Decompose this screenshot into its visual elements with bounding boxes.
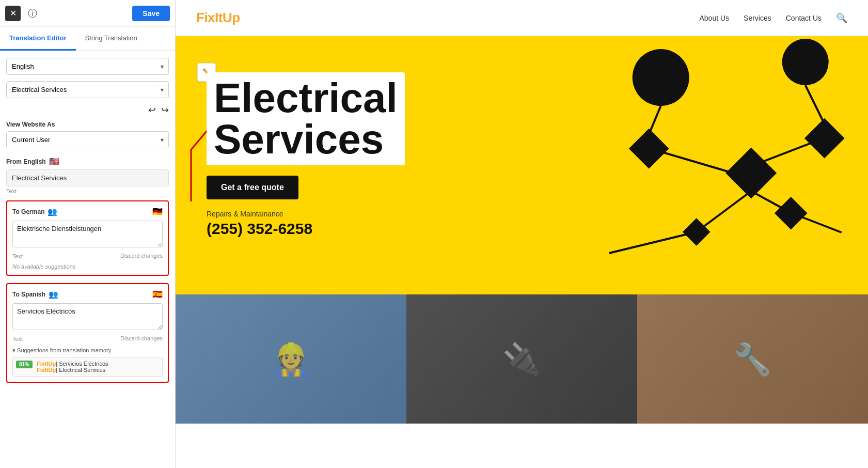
- svg-line-8: [649, 148, 733, 173]
- site-logo: FixItUp: [196, 10, 699, 26]
- suggestion-source: FixItUp| Servicios Eléctricos: [37, 361, 159, 367]
- match-badge: 81%: [16, 361, 33, 368]
- next-arrow-button[interactable]: ↪: [161, 104, 169, 116]
- to-german-type: Text: [12, 253, 23, 259]
- from-english-value: Electrical Services: [6, 169, 169, 186]
- suggestion-target-bold: FixItUp: [37, 367, 56, 373]
- suggestion-source-text: | Servicios Eléctricos: [56, 361, 108, 367]
- svg-line-7: [649, 106, 660, 134]
- svg-point-0: [632, 49, 689, 106]
- hero-title-line2: Services: [214, 119, 398, 160]
- left-panel: ✕ ⓘ Save Translation Editor String Trans…: [0, 0, 176, 468]
- from-english-section: From English 🇺🇸 Electrical Services Text: [6, 157, 169, 194]
- from-english-type: Text: [6, 188, 169, 194]
- us-flag: 🇺🇸: [49, 157, 59, 166]
- language-select-wrapper: English German Spanish French: [6, 58, 169, 75]
- people-icon-spanish: 👥: [49, 290, 58, 299]
- site-header: FixItUp About Us Services Contact Us 🔍: [176, 0, 868, 36]
- nav-services[interactable]: Services: [744, 14, 771, 22]
- page-select-wrapper: Electrical Services About Us Contact Us …: [6, 81, 169, 98]
- info-button[interactable]: ⓘ: [25, 6, 40, 21]
- gallery-item-2: 🔌: [406, 294, 637, 424]
- gallery-item-3: 🔧: [637, 294, 868, 424]
- save-button[interactable]: Save: [132, 6, 170, 21]
- to-spanish-label-wrapper: To Spanish 👥: [12, 290, 58, 299]
- current-user-select[interactable]: Current User Guest Administrator: [6, 131, 169, 148]
- gallery-item-1: 👷: [176, 294, 406, 424]
- to-german-label-wrapper: To German 👥: [12, 207, 57, 216]
- nav-arrows: ↩ ↪: [6, 104, 169, 116]
- to-spanish-section: To Spanish 👥 🇪🇸 Servicios Eléctricos Tex…: [6, 283, 169, 383]
- gallery-section: 👷 🔌 🔧: [176, 294, 868, 424]
- page-select[interactable]: Electrical Services About Us Contact Us …: [6, 81, 169, 98]
- to-spanish-header: To Spanish 👥 🇪🇸: [12, 289, 163, 299]
- to-spanish-type: Text: [12, 336, 23, 342]
- to-german-discard[interactable]: Discard changes: [120, 253, 163, 259]
- svg-line-11: [751, 191, 791, 213]
- prev-arrow-button[interactable]: ↩: [148, 104, 156, 116]
- to-german-header: To German 👥 🇩🇪: [12, 207, 163, 216]
- svg-line-10: [805, 85, 824, 124]
- current-user-select-wrapper: Current User Guest Administrator: [6, 131, 169, 148]
- svg-line-13: [696, 191, 751, 232]
- hero-title-container: ✏️ Electrical Services: [207, 72, 405, 165]
- worker-image-2: 🔌: [406, 294, 637, 424]
- es-flag: 🇪🇸: [152, 289, 163, 299]
- nav-contact[interactable]: Contact Us: [786, 14, 822, 22]
- svg-point-1: [782, 39, 828, 85]
- to-spanish-textarea[interactable]: Servicios Eléctricos: [12, 303, 163, 330]
- suggestion-target-text: | Electrical Services: [56, 367, 105, 373]
- close-button[interactable]: ✕: [5, 6, 21, 21]
- worker-image-3: 🔧: [637, 294, 868, 424]
- to-spanish-discard[interactable]: Discard changes: [120, 335, 163, 341]
- suggestion-item[interactable]: 81% FixItUp| Servicios Eléctricos FixItU…: [12, 357, 163, 377]
- de-flag: 🇩🇪: [152, 207, 163, 216]
- cta-button[interactable]: Get a free quote: [207, 176, 298, 199]
- suggestion-target: FixItUp| Electrical Services: [37, 367, 159, 373]
- to-spanish-label: To Spanish: [12, 291, 45, 298]
- tab-bar: Translation Editor String Translation: [0, 27, 175, 51]
- to-german-textarea[interactable]: Elektrische Dienstleistungen: [12, 221, 163, 247]
- suggestion-source-bold: FixItUp: [37, 361, 56, 367]
- worker-image-1: 👷: [176, 294, 406, 424]
- hero-content: ✏️ Electrical Services Get a free quote …: [207, 57, 405, 238]
- no-suggestions-german: No available suggestions: [12, 263, 163, 270]
- hero-phone: (255) 352-6258: [207, 220, 405, 238]
- suggestions-toggle[interactable]: ▾ Suggestions from translation memory: [12, 347, 163, 354]
- to-german-footer: Text Discard changes: [12, 252, 163, 259]
- website-preview: FixItUp About Us Services Contact Us 🔍 ✏…: [176, 0, 868, 468]
- hero-graphic: [557, 36, 868, 294]
- site-nav: About Us Services Contact Us 🔍: [699, 12, 847, 24]
- hero-title-box: Electrical Services: [207, 72, 405, 165]
- logo-text: FixItUp: [196, 10, 240, 25]
- suggestions-section: ▾ Suggestions from translation memory 81…: [12, 347, 163, 377]
- from-english-text: From English: [6, 158, 46, 165]
- hero-title-line1: Electrical: [214, 77, 398, 119]
- svg-line-14: [609, 232, 696, 253]
- hero-section: ✏️ Electrical Services Get a free quote …: [176, 36, 868, 294]
- nav-about[interactable]: About Us: [699, 14, 729, 22]
- geo-svg: [557, 36, 868, 294]
- svg-line-12: [791, 213, 841, 232]
- top-bar: ✕ ⓘ Save: [0, 0, 175, 27]
- view-website-as-label: View Website As: [6, 121, 169, 128]
- to-german-label: To German: [12, 208, 44, 215]
- tab-translation-editor[interactable]: Translation Editor: [0, 27, 76, 51]
- suggestion-content: FixItUp| Servicios Eléctricos FixItUp| E…: [37, 361, 159, 373]
- to-german-section: To German 👥 🇩🇪 Elektrische Dienstleistun…: [6, 200, 169, 276]
- language-select[interactable]: English German Spanish French: [6, 58, 169, 75]
- to-spanish-footer: Text Discard changes: [12, 334, 163, 342]
- search-icon-button[interactable]: 🔍: [836, 12, 847, 24]
- hero-subtitle: Repairs & Maintainance: [207, 210, 405, 218]
- tab-string-translation[interactable]: String Translation: [76, 27, 147, 51]
- panel-content: English German Spanish French Electrical…: [0, 51, 175, 468]
- people-icon-german: 👥: [48, 207, 57, 216]
- from-english-label: From English 🇺🇸: [6, 157, 169, 166]
